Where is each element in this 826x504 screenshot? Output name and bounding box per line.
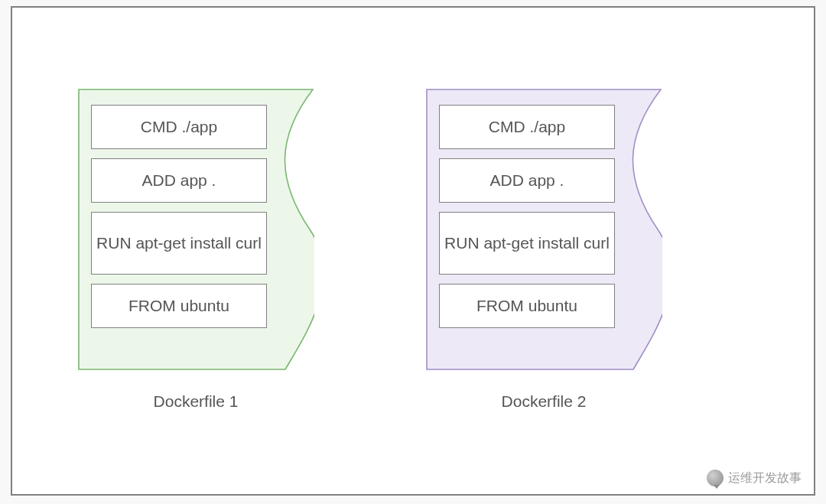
- layer-add: ADD app .: [439, 158, 615, 203]
- layer-stack-1: CMD ./app ADD app . RUN apt-get install …: [91, 105, 267, 337]
- dockerfile-1-sheet: CMD ./app ADD app . RUN apt-get install …: [77, 88, 314, 371]
- layer-cmd: CMD ./app: [439, 105, 615, 149]
- layer-stack-2: CMD ./app ADD app . RUN apt-get install …: [439, 105, 615, 337]
- wechat-icon: [707, 470, 724, 486]
- dockerfile-2: CMD ./app ADD app . RUN apt-get install …: [425, 88, 662, 411]
- layer-add: ADD app .: [91, 158, 267, 203]
- diagram-frame: CMD ./app ADD app . RUN apt-get install …: [11, 6, 815, 496]
- layer-run: RUN apt-get install curl: [439, 212, 615, 275]
- layer-cmd: CMD ./app: [91, 105, 267, 149]
- dockerfile-1: CMD ./app ADD app . RUN apt-get install …: [77, 88, 314, 411]
- dockerfile-2-label: Dockerfile 2: [425, 392, 662, 411]
- dockerfile-1-label: Dockerfile 1: [77, 392, 314, 411]
- layer-from: FROM ubuntu: [439, 284, 615, 328]
- watermark: 运维开发故事: [707, 470, 802, 486]
- dockerfile-2-sheet: CMD ./app ADD app . RUN apt-get install …: [425, 88, 662, 371]
- layer-from: FROM ubuntu: [91, 284, 267, 328]
- watermark-text: 运维开发故事: [728, 470, 802, 486]
- layer-run: RUN apt-get install curl: [91, 212, 267, 275]
